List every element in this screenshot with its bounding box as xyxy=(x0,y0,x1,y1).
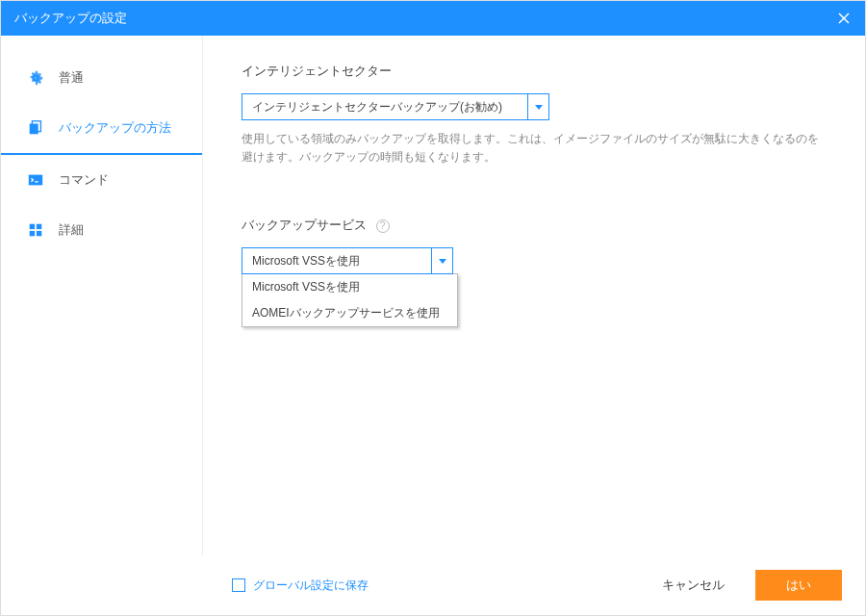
ok-button[interactable]: はい xyxy=(755,570,842,601)
dropdown-option-aomei[interactable]: AOMEIバックアップサービスを使用 xyxy=(242,300,457,326)
cancel-button[interactable]: キャンセル xyxy=(643,570,744,601)
intelligent-sector-desc: 使用している領域のみバックアップを取得します。これは、イメージファイルのサイズが… xyxy=(242,130,827,167)
svg-rect-4 xyxy=(29,175,42,186)
backup-service-select[interactable]: Microsoft VSSを使用 xyxy=(242,247,453,274)
svg-rect-7 xyxy=(30,231,35,236)
backup-service-label: バックアップサービス ? xyxy=(242,217,827,234)
svg-rect-5 xyxy=(30,224,35,229)
sidebar-item-general[interactable]: 普通 xyxy=(1,53,202,103)
copy-icon xyxy=(26,118,45,138)
sidebar-item-advanced[interactable]: 詳細 xyxy=(1,205,202,255)
window-title: バックアップの設定 xyxy=(14,10,127,27)
titlebar: バックアップの設定 xyxy=(1,1,865,36)
close-icon[interactable] xyxy=(836,11,852,26)
sidebar: 普通 バックアップの方法 コマンド 詳細 xyxy=(1,36,203,555)
sidebar-item-backup-method[interactable]: バックアップの方法 xyxy=(1,103,202,155)
intelligent-sector-select[interactable]: インテリジェントセクターバックアップ(お勧め) xyxy=(242,93,549,120)
svg-rect-2 xyxy=(30,124,38,135)
save-global-checkbox[interactable]: グローバル設定に保存 xyxy=(232,578,369,594)
intelligent-sector-label: インテリジェントセクター xyxy=(242,63,827,80)
select-value: インテリジェントセクターバックアップ(お勧め) xyxy=(242,99,527,116)
backup-service-dropdown: Microsoft VSSを使用 AOMEIバックアップサービスを使用 xyxy=(242,273,458,327)
content: インテリジェントセクター インテリジェントセクターバックアップ(お勧め) 使用し… xyxy=(203,36,865,555)
gear-icon xyxy=(26,68,45,88)
chevron-down-icon xyxy=(527,94,548,119)
svg-rect-8 xyxy=(37,231,41,236)
dropdown-option-vss[interactable]: Microsoft VSSを使用 xyxy=(242,274,457,300)
sidebar-item-label: 普通 xyxy=(59,69,84,87)
chevron-down-icon xyxy=(431,248,452,273)
sidebar-item-command[interactable]: コマンド xyxy=(1,155,202,205)
main: 普通 バックアップの方法 コマンド 詳細 インテリジェントセクター インテリジェ… xyxy=(1,36,865,555)
terminal-icon xyxy=(26,170,45,190)
help-icon[interactable]: ? xyxy=(376,219,390,233)
checkbox-label: グローバル設定に保存 xyxy=(253,578,369,594)
sidebar-item-label: コマンド xyxy=(59,171,109,189)
sidebar-item-label: 詳細 xyxy=(59,221,84,239)
sidebar-item-label: バックアップの方法 xyxy=(59,119,171,137)
footer: グローバル設定に保存 キャンセル はい xyxy=(1,555,865,615)
select-value: Microsoft VSSを使用 xyxy=(242,253,431,270)
checkbox-icon xyxy=(232,578,245,592)
grid-icon xyxy=(26,220,45,240)
svg-rect-6 xyxy=(37,224,41,229)
